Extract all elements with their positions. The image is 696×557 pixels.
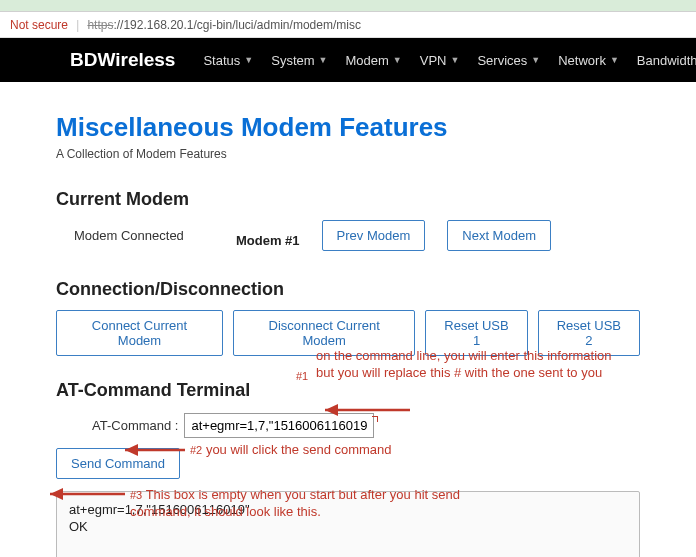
browser-top-stripe	[0, 0, 696, 12]
terminal-line-2: OK	[69, 519, 627, 534]
connect-modem-button[interactable]: Connect Current Modem	[56, 310, 223, 356]
nav-modem[interactable]: Modem▼	[345, 53, 401, 68]
chevron-down-icon: ▼	[319, 55, 328, 65]
at-terminal-output: at+egmr=1,7,"1516006116019" OK	[56, 491, 640, 557]
section-at-terminal: AT-Command Terminal	[56, 380, 640, 401]
nav-network[interactable]: Network▼	[558, 53, 619, 68]
terminal-line-1: at+egmr=1,7,"1516006116019"	[69, 502, 627, 517]
brand-label[interactable]: BDWireless	[70, 49, 175, 71]
page-subtitle: A Collection of Modem Features	[56, 147, 640, 161]
at-command-label: AT-Command :	[92, 418, 178, 433]
top-navbar: BDWireless Status▼ System▼ Modem▼ VPN▼ S…	[0, 38, 696, 82]
disconnect-modem-button[interactable]: Disconnect Current Modem	[233, 310, 415, 356]
nav-status[interactable]: Status▼	[203, 53, 253, 68]
nav-items: Status▼ System▼ Modem▼ VPN▼ Services▼ Ne…	[203, 53, 696, 68]
modem-number-label: Modem #1	[236, 233, 300, 248]
connection-buttons-row: Connect Current Modem Disconnect Current…	[56, 310, 640, 356]
chevron-down-icon: ▼	[451, 55, 460, 65]
annotation-2: #2 you will click the send command	[190, 442, 392, 459]
current-modem-row: Modem Connected Modem #1 Prev Modem Next…	[74, 220, 640, 251]
nav-bandwidth[interactable]: Bandwidth	[637, 53, 696, 68]
urlbar-separator: |	[76, 17, 79, 32]
modem-status-text: Modem Connected	[74, 228, 214, 243]
send-command-button[interactable]: Send Command	[56, 448, 180, 479]
insecure-label: Not secure	[10, 18, 68, 32]
url-bar: Not secure | https://192.168.20.1/cgi-bi…	[0, 12, 696, 38]
url-text[interactable]: https://192.168.20.1/cgi-bin/luci/admin/…	[87, 17, 360, 32]
reset-usb1-button[interactable]: Reset USB 1	[425, 310, 527, 356]
nav-system[interactable]: System▼	[271, 53, 327, 68]
section-connection: Connection/Disconnection	[56, 279, 640, 300]
prev-modem-button[interactable]: Prev Modem	[322, 220, 426, 251]
page-content: Miscellaneous Modem Features A Collectio…	[0, 82, 696, 557]
annotation-bracket-icon	[372, 416, 378, 422]
next-modem-button[interactable]: Next Modem	[447, 220, 551, 251]
chevron-down-icon: ▼	[610, 55, 619, 65]
at-command-input[interactable]	[184, 413, 374, 438]
at-command-row: AT-Command :	[92, 413, 640, 438]
page-title: Miscellaneous Modem Features	[56, 112, 640, 143]
section-current-modem: Current Modem	[56, 189, 640, 210]
reset-usb2-button[interactable]: Reset USB 2	[538, 310, 640, 356]
nav-vpn[interactable]: VPN▼	[420, 53, 460, 68]
url-path: ://192.168.20.1/cgi-bin/luci/admin/modem…	[113, 18, 360, 32]
chevron-down-icon: ▼	[393, 55, 402, 65]
chevron-down-icon: ▼	[531, 55, 540, 65]
nav-services[interactable]: Services▼	[477, 53, 540, 68]
url-protocol: https	[87, 18, 113, 32]
chevron-down-icon: ▼	[244, 55, 253, 65]
